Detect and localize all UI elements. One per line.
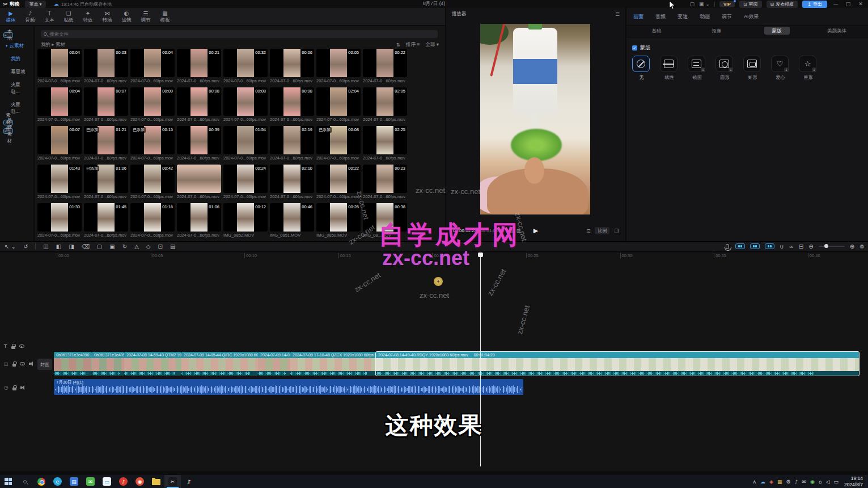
media-item[interactable]: 00:092024-07-0...60fps.mov xyxy=(130,87,175,122)
media-item[interactable]: 02:042024-07-0...60fps.mov xyxy=(316,87,361,122)
tool-split-keep-right-icon[interactable]: ◨ xyxy=(69,243,74,250)
media-item[interactable]: 02:052024-07-0...60fps.mov xyxy=(363,87,407,122)
taskbar-app-jianying[interactable]: ✂ xyxy=(164,475,181,488)
media-item[interactable]: 00:032024-07-0...60fps.mov xyxy=(84,49,128,83)
media-item[interactable]: 2024-07-0...60fps.mov xyxy=(177,165,221,199)
toolbar-item-effects[interactable]: ✦特效 xyxy=(78,10,98,24)
tool-split-keep-left-icon[interactable]: ◧ xyxy=(56,243,61,250)
tool-undo-icon[interactable]: ↺ xyxy=(23,243,28,250)
inspector-tab-speed[interactable]: 变速 xyxy=(678,13,688,20)
inspector-subtab-basic[interactable]: 基础 xyxy=(626,28,687,35)
tool-layers-icon[interactable]: ▣ xyxy=(109,243,115,250)
tray-icon[interactable]: ∧ xyxy=(752,479,756,485)
mute-icon[interactable] xyxy=(20,385,26,390)
media-item[interactable]: 00:082024-07-0...60fps.mov xyxy=(270,87,314,122)
inspector-tab-audio[interactable]: 音频 xyxy=(655,13,666,20)
lock-icon[interactable] xyxy=(12,388,16,390)
toolbar-item-media[interactable]: ▶媒体 xyxy=(1,10,20,24)
media-item[interactable]: 01:06已添加2024-07-0...60fps.mov xyxy=(84,165,128,199)
toolbar-item-filter[interactable]: ◐滤镜 xyxy=(117,10,136,24)
media-item[interactable]: 00:072024-07-0...60fps.mov xyxy=(84,87,128,122)
tool-crop-icon[interactable]: ⊡ xyxy=(158,243,163,250)
inspector-tab-ai-effect[interactable]: AI效果 xyxy=(744,13,759,20)
tray-icon[interactable]: ▭ xyxy=(833,479,839,485)
timeline-clip[interactable]: 2024-07-09 14-05 xyxy=(258,352,290,376)
media-item[interactable]: 00:222024-07-0...60fps.mov xyxy=(363,49,407,83)
media-item[interactable]: 00:222024-07-0...60fps.mov xyxy=(316,165,361,199)
toolbar-item-text[interactable]: T文本 xyxy=(40,10,59,24)
media-item[interactable]: 00:46IMG_0851.MOV xyxy=(270,203,314,238)
media-item[interactable]: 01:21已添加2024-07-0...60fps.mov xyxy=(84,126,128,161)
media-item[interactable]: 01:432024-07-0...60fps.mov xyxy=(37,165,82,199)
timeline-clip[interactable]: 2024-07-09 14-05-44 QIRC 1920x1080 60fps… xyxy=(181,352,258,376)
media-item[interactable]: 00:052024-07-0...60fps.mov xyxy=(316,49,361,83)
timeline-clip[interactable]: 2024-07-09 17-10-48 QZCX 1920x1080 60fps… xyxy=(290,352,376,376)
fit-screen-icon[interactable]: ⊡ xyxy=(586,228,590,234)
tray-icon[interactable]: ◈ xyxy=(769,479,773,485)
minimize-button[interactable]: — xyxy=(832,1,840,7)
taskbar-app-edge[interactable]: e xyxy=(49,475,66,488)
mask-option-rectangle[interactable]: 矩形 xyxy=(743,56,762,81)
tray-icon[interactable]: ▦ xyxy=(777,479,782,485)
tool-timeline-settings-icon[interactable]: ⚙ xyxy=(859,243,865,250)
taskbar-app-music[interactable]: ♪ xyxy=(115,475,132,488)
sidebar-item-musicheng[interactable]: 幕思城 xyxy=(3,67,30,77)
sort-direction-icon[interactable]: ⇅ xyxy=(396,42,400,48)
media-item[interactable]: 01:452024-07-0...60fps.mov xyxy=(84,203,128,238)
tool-select-tool-icon[interactable]: ↖ ⌄ xyxy=(5,243,16,250)
inspector-subtab-cutout[interactable]: 抠像 xyxy=(687,28,747,35)
media-item[interactable]: 00:082024-07-0...60fps.mov xyxy=(223,87,268,122)
tool-reverse-icon[interactable]: ↻ xyxy=(122,243,127,250)
tray-icon[interactable]: ⚙ xyxy=(786,479,791,485)
mask-option-linear[interactable]: 线性 xyxy=(660,56,679,81)
lock-icon[interactable] xyxy=(11,346,15,349)
taskbar-app-start[interactable] xyxy=(0,475,16,488)
media-item[interactable]: 00:15已添加2024-07-0...60fps.mov xyxy=(130,126,175,161)
media-item[interactable]: 00:042024-07-0...60fps.mov xyxy=(37,49,82,83)
toolbar-item-audio[interactable]: ♪音频 xyxy=(20,10,40,24)
menu-button[interactable]: 菜单 ▾ xyxy=(25,1,45,8)
taskbar-app-browser-red[interactable]: ◉ xyxy=(132,475,148,488)
export-button[interactable]: ↥导出 xyxy=(802,1,827,8)
ratio-button[interactable]: 比例 xyxy=(595,227,609,234)
tool-keyframe-icon[interactable]: ◇ xyxy=(146,243,151,250)
sidebar-item-mars-1[interactable]: 火星电... xyxy=(3,80,30,97)
audio-clip[interactable]: 7月30日 (4)(1) xyxy=(54,379,523,395)
media-item[interactable]: 02:192024-07-0...60fps.mov xyxy=(270,126,314,161)
tray-icon[interactable]: ✉ xyxy=(802,479,806,485)
inspector-tab-adjust[interactable]: 调节 xyxy=(722,13,732,20)
layout-panels-icon[interactable]: ▣ ⌄ xyxy=(699,1,710,7)
sidebar-item-mine[interactable]: 我的 xyxy=(3,54,30,64)
tool-track-mode-1[interactable] xyxy=(735,243,745,249)
toolbar-item-transition[interactable]: ⋈转场 xyxy=(98,10,117,24)
timeline-clip[interactable]: 0b061371e3e4090... xyxy=(92,352,124,376)
maximize-button[interactable]: □ xyxy=(844,1,852,7)
tool-zoom-in-icon[interactable]: ⊕ xyxy=(850,243,854,250)
tool-track-mode-3[interactable] xyxy=(765,243,774,249)
tray-icon[interactable]: ⌂ xyxy=(819,479,822,485)
video-preview[interactable] xyxy=(480,24,590,214)
tray-icon[interactable]: ☁ xyxy=(760,479,765,485)
fullscreen-icon[interactable]: ❐ xyxy=(614,228,619,234)
sidebar-item-brand-material[interactable]: ▸品牌素材 xyxy=(3,128,13,134)
media-item[interactable]: 00:322024-07-0...60fps.mov xyxy=(223,49,268,83)
media-item[interactable]: 00:042024-07-0...60fps.mov xyxy=(37,87,82,122)
toolbar-item-sticker[interactable]: ❏贴纸 xyxy=(59,10,78,24)
mask-option-star[interactable]: ☆↓星形 xyxy=(799,56,818,81)
media-item[interactable]: 02:102024-07-0...60fps.mov xyxy=(270,165,314,199)
media-item[interactable]: 00:072024-07-0...60fps.mov xyxy=(37,126,82,161)
taskbar-app-search[interactable] xyxy=(16,475,33,488)
taskbar-app-douyin[interactable]: ♪ xyxy=(181,475,197,488)
tool-delete-icon[interactable]: ⌫ xyxy=(82,243,90,250)
media-item[interactable]: 01:542024-07-0...60fps.mov xyxy=(223,126,268,161)
media-item[interactable]: 00:082024-07-0...60fps.mov xyxy=(177,87,221,122)
play-button[interactable]: ▶ xyxy=(533,227,538,234)
media-item[interactable]: 00:232024-07-0...60fps.mov xyxy=(363,165,407,199)
search-input[interactable] xyxy=(49,31,389,37)
media-item[interactable]: 00:422024-07-0...60fps.mov xyxy=(130,165,175,199)
timeline-clip[interactable]: 2024-07-08 14-49-40 RDQY 1920x1080 60fps… xyxy=(376,352,859,376)
filter-button[interactable]: 全部 ▾ xyxy=(425,41,439,48)
tray-icon[interactable]: ◉ xyxy=(810,479,815,485)
eye-icon[interactable] xyxy=(19,344,24,348)
taskbar-clock[interactable]: 19:14 2024/8/7 xyxy=(844,476,863,487)
